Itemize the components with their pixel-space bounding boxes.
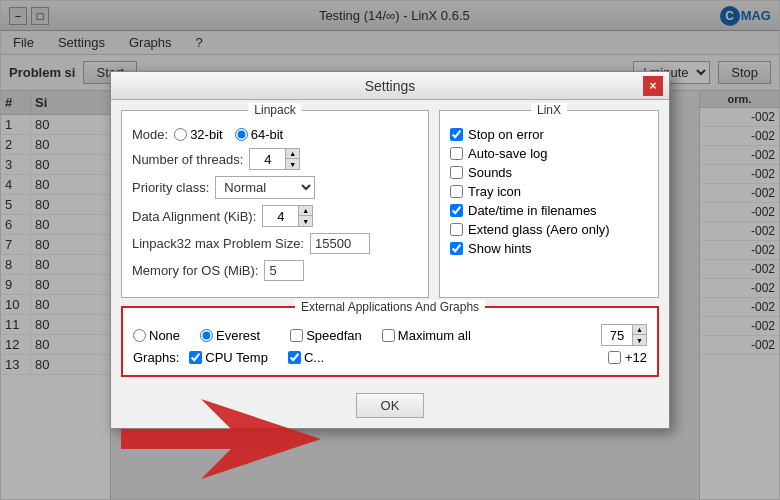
alignment-input[interactable] [263,206,298,226]
cpu-temp-label: CPU Temp [205,350,268,365]
dialog-body: Linpack Mode: 32-bit 64-bit [111,100,669,428]
autosave-log-label: Auto-save log [468,146,548,161]
plus12-area: +12 [608,350,647,365]
mode-label: Mode: [132,127,168,142]
stop-on-error-row: Stop on error [450,127,648,142]
priority-select[interactable]: Normal High Realtime [215,176,315,199]
linx-group: LinX Stop on error Auto-save log Sounds [439,110,659,298]
maximum-all-checkbox[interactable] [382,329,395,342]
mode-64bit-label: 64-bit [251,127,284,142]
extend-glass-row: Extend glass (Aero only) [450,222,648,237]
value-75-input[interactable] [602,325,632,345]
memory-input[interactable] [264,260,304,281]
value-75-decrement-button[interactable]: ▼ [632,335,646,345]
alignment-spinbox-buttons: ▲ ▼ [298,206,312,226]
external-group-title: External Applications And Graphs [295,300,485,314]
sounds-checkbox[interactable] [450,166,463,179]
everest-label: Everest [216,328,260,343]
value-75-spinbox[interactable]: ▲ ▼ [601,324,647,346]
alignment-row: Data Alignment (KiB): ▲ ▼ [132,205,418,227]
dialog-title: Settings [365,78,416,94]
tray-icon-row: Tray icon [450,184,648,199]
show-hints-row: Show hints [450,241,648,256]
sounds-label: Sounds [468,165,512,180]
external-row-1: None Everest Speedfan Maximum all [133,324,647,346]
show-hints-checkbox[interactable] [450,242,463,255]
maximum-all-label: Maximum all [398,328,471,343]
dialog-close-button[interactable]: × [643,76,663,96]
alignment-increment-button[interactable]: ▲ [298,206,312,216]
datetime-label: Date/time in filenames [468,203,597,218]
datetime-row: Date/time in filenames [450,203,648,218]
alignment-label: Data Alignment (KiB): [132,209,256,224]
linpack32-input[interactable] [310,233,370,254]
maximum-all-option[interactable]: Maximum all [382,328,471,343]
memory-row: Memory for OS (MiB): [132,260,418,281]
ok-button[interactable]: OK [356,393,425,418]
plus12-checkbox[interactable] [608,351,621,364]
linpack-group: Linpack Mode: 32-bit 64-bit [121,110,429,298]
mode-32bit-radio[interactable] [174,128,187,141]
external-applications-group: External Applications And Graphs None Ev… [121,306,659,377]
linpack32-row: Linpack32 max Problem Size: [132,233,418,254]
tray-icon-checkbox[interactable] [450,185,463,198]
threads-label: Number of threads: [132,152,243,167]
show-hints-label: Show hints [468,241,532,256]
threads-input[interactable] [250,149,285,169]
graphs-label: Graphs: [133,350,179,365]
extra-label: C... [304,350,324,365]
threads-increment-button[interactable]: ▲ [285,149,299,159]
priority-label: Priority class: [132,180,209,195]
autosave-log-row: Auto-save log [450,146,648,161]
main-window: − □ Testing (14/∞) - LinX 0.6.5 C MAG Fi… [0,0,780,500]
extra-checkbox[interactable] [288,351,301,364]
linx-group-title: LinX [531,103,567,117]
extend-glass-checkbox[interactable] [450,223,463,236]
threads-decrement-button[interactable]: ▼ [285,159,299,169]
datetime-checkbox[interactable] [450,204,463,217]
cpu-temp-checkbox[interactable] [189,351,202,364]
value-75-spinbox-buttons: ▲ ▼ [632,325,646,345]
speedfan-option[interactable]: Speedfan [290,328,362,343]
alignment-spinbox[interactable]: ▲ ▼ [262,205,313,227]
threads-row: Number of threads: ▲ ▼ [132,148,418,170]
settings-dialog: Settings × Linpack Mode: 32-bit [110,71,670,429]
threads-spinbox[interactable]: ▲ ▼ [249,148,300,170]
mode-32bit-label: 32-bit [190,127,223,142]
mode-64bit-option[interactable]: 64-bit [235,127,284,142]
mode-64bit-radio[interactable] [235,128,248,141]
none-label: None [149,328,180,343]
speedfan-label: Speedfan [306,328,362,343]
value-75-increment-button[interactable]: ▲ [632,325,646,335]
threads-spinbox-buttons: ▲ ▼ [285,149,299,169]
priority-row: Priority class: Normal High Realtime [132,176,418,199]
everest-radio[interactable] [200,329,213,342]
memory-label: Memory for OS (MiB): [132,263,258,278]
mode-row: Mode: 32-bit 64-bit [132,127,418,142]
mode-radio-group: 32-bit 64-bit [174,127,283,142]
autosave-log-checkbox[interactable] [450,147,463,160]
none-radio[interactable] [133,329,146,342]
cpu-temp-option[interactable]: CPU Temp [189,350,268,365]
tray-icon-label: Tray icon [468,184,521,199]
stop-on-error-checkbox[interactable] [450,128,463,141]
plus12-value: +12 [625,350,647,365]
sounds-row: Sounds [450,165,648,180]
dialog-top-section: Linpack Mode: 32-bit 64-bit [121,110,659,298]
extra-checkbox-option[interactable]: C... [288,350,324,365]
everest-option[interactable]: Everest [200,328,260,343]
mode-32bit-option[interactable]: 32-bit [174,127,223,142]
external-row-2: Graphs: CPU Temp C... +12 [133,350,647,365]
dialog-title-bar: Settings × [111,72,669,100]
linpack32-label: Linpack32 max Problem Size: [132,236,304,251]
extend-glass-label: Extend glass (Aero only) [468,222,610,237]
alignment-decrement-button[interactable]: ▼ [298,216,312,226]
stop-on-error-label: Stop on error [468,127,544,142]
linpack-group-title: Linpack [248,103,301,117]
speedfan-checkbox[interactable] [290,329,303,342]
none-option[interactable]: None [133,328,180,343]
